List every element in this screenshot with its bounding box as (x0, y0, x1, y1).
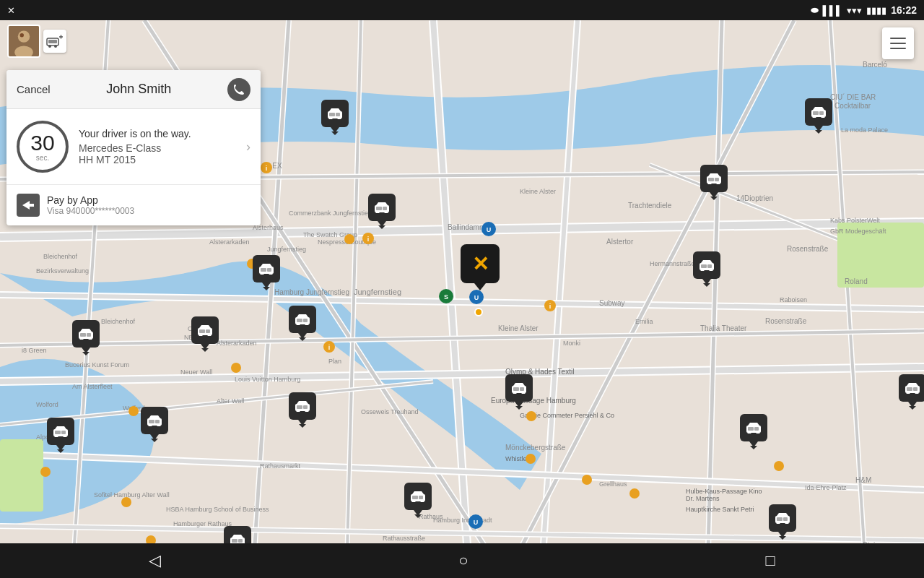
avatar[interactable] (7, 25, 40, 58)
car-marker-3 (368, 194, 396, 227)
car-marker-wrap-2 (700, 165, 728, 198)
svg-text:Hulbe-Kaus-Passage Kino: Hulbe-Kaus-Passage Kino (686, 488, 762, 495)
svg-text:U: U (474, 519, 479, 526)
car-marker-wrap-9 (505, 374, 533, 407)
nav-bar: ◁ ○ □ (0, 543, 924, 578)
top-left-area (7, 25, 66, 58)
svg-point-134 (526, 411, 536, 421)
app-logo-tail (474, 283, 486, 290)
svg-point-130 (128, 406, 139, 416)
svg-rect-182 (297, 319, 302, 322)
add-car-button[interactable] (43, 30, 66, 53)
battery-icon: ▮▮▮▮ (866, 5, 886, 16)
svg-text:Ballindamm: Ballindamm (448, 223, 485, 231)
svg-text:Raboisen: Raboisen (780, 296, 807, 303)
svg-point-137 (582, 475, 592, 485)
svg-rect-233 (238, 539, 243, 543)
svg-rect-38 (0, 439, 43, 512)
svg-point-142 (20, 33, 24, 37)
payment-detail: Visa 940000******0003 (47, 206, 134, 216)
car-marker-wrap-8 (191, 316, 219, 350)
car-pin-10 (289, 392, 316, 420)
svg-point-136 (629, 488, 640, 499)
car-marker-5 (693, 251, 720, 285)
svg-point-127 (344, 234, 354, 244)
car-pin-4 (253, 255, 280, 282)
countdown-circle: 30 sec. (17, 121, 69, 173)
hamburger-menu-button[interactable] (882, 27, 914, 59)
payment-info: Pay by App Visa 940000******0003 (47, 194, 134, 216)
car-marker-wrap-6 (289, 306, 316, 339)
svg-text:Emilia: Emilia (635, 318, 653, 325)
x-logo-icon: ✕ (7, 5, 15, 16)
svg-text:Ida-Ehre-Platz: Ida-Ehre-Platz (805, 484, 847, 491)
svg-text:i: i (549, 303, 552, 310)
car-pin-0 (321, 100, 349, 127)
car-marker-1 (805, 98, 832, 131)
nav-home-button[interactable]: ○ (458, 551, 468, 570)
svg-rect-212 (55, 431, 61, 434)
car-marker-7 (72, 320, 100, 353)
location-dot (474, 308, 483, 316)
svg-text:GbR Modegeschäft: GbR Modegeschäft (830, 228, 886, 235)
nav-back-button[interactable]: ◁ (149, 551, 161, 570)
car-marker-6 (289, 306, 316, 339)
svg-rect-173 (267, 268, 271, 272)
svg-text:Kleine Alster: Kleine Alster (520, 188, 556, 195)
car-marker-wrap-7 (72, 320, 100, 353)
svg-rect-232 (232, 539, 237, 543)
svg-text:Alsterarkaden: Alsterarkaden (209, 238, 250, 246)
car-pin-8 (191, 316, 219, 344)
svg-rect-208 (155, 420, 160, 423)
svg-text:La moda Palace: La moda Palace (841, 126, 888, 134)
svg-text:U: U (474, 294, 479, 301)
svg-point-146 (48, 45, 51, 48)
car-marker-15 (769, 504, 796, 538)
svg-rect-202 (297, 405, 302, 409)
car-pin-1 (805, 98, 832, 126)
car-pin-17 (899, 374, 924, 402)
hamburger-line-2 (890, 43, 906, 44)
car-plate: HH MT 2015 (79, 154, 236, 165)
driver-name: John Smith (51, 82, 227, 97)
svg-text:Grellhaus: Grellhaus (599, 480, 627, 488)
nav-recent-button[interactable]: □ (766, 551, 775, 570)
svg-text:Rathausmarkt: Rathausmarkt (260, 462, 301, 470)
car-marker-wrap-4 (253, 255, 280, 288)
panel-payment: Pay by App Visa 940000******0003 (6, 185, 261, 225)
cancel-button[interactable]: Cancel (17, 83, 51, 95)
svg-text:Neuer Wall: Neuer Wall (180, 368, 212, 376)
svg-text:S: S (444, 293, 448, 301)
car-marker-2 (700, 165, 728, 198)
svg-text:Osseweis Treuhand: Osseweis Treuhand (361, 408, 419, 415)
svg-text:Rosenstraße: Rosenstraße (765, 317, 807, 325)
car-marker-wrap-3 (368, 194, 396, 227)
svg-text:Sofitel Hamburg Alter Wall: Sofitel Hamburg Alter Wall (94, 491, 170, 499)
svg-rect-203 (303, 405, 308, 409)
svg-text:Hermannstraße: Hermannstraße (650, 260, 695, 267)
info-arrow-icon[interactable]: › (246, 139, 250, 155)
svg-rect-228 (783, 517, 788, 521)
svg-text:Bleichenhof: Bleichenhof (101, 318, 136, 325)
payment-icon-box (17, 194, 40, 217)
svg-rect-168 (383, 207, 387, 210)
svg-text:Hamburg Innenstadt: Hamburg Innenstadt (433, 517, 492, 524)
car-pin-15 (769, 504, 796, 532)
svg-text:Kabs PolsterWelt: Kabs PolsterWelt (830, 217, 880, 224)
phone-button[interactable] (227, 78, 250, 101)
svg-text:Alsterarkaden: Alsterarkaden (217, 340, 257, 347)
svg-point-147 (54, 45, 57, 48)
svg-text:Hauptkirche Sankt Petri: Hauptkirche Sankt Petri (686, 506, 754, 513)
svg-rect-223 (419, 496, 423, 499)
svg-marker-150 (22, 201, 34, 210)
wifi-icon: ▾▾▾ (847, 5, 862, 16)
hamburger-line-3 (890, 48, 906, 49)
svg-text:i: i (266, 165, 268, 172)
svg-rect-157 (813, 111, 819, 115)
svg-text:U: U (487, 226, 492, 233)
svg-rect-178 (707, 264, 712, 268)
car-marker-17 (899, 374, 924, 407)
svg-rect-153 (336, 113, 340, 116)
svg-text:Monki: Monki (563, 340, 580, 347)
svg-text:i: i (367, 236, 370, 243)
